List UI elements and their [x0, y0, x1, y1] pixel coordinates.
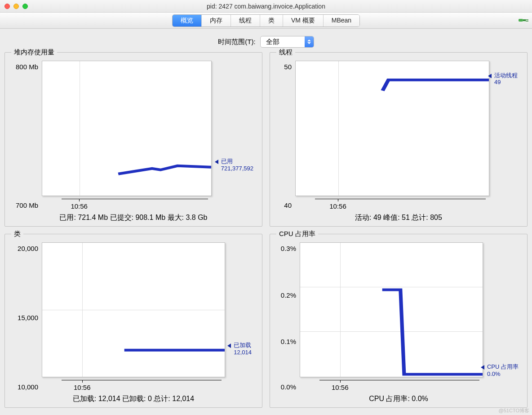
classes-chart[interactable]: 已加载 12,014	[42, 242, 225, 378]
classes-xaxis: 10:56	[42, 378, 225, 393]
cpu-chart[interactable]: CPU 占用率 0.0%	[300, 242, 483, 378]
panel-cpu: CPU 占用率 0.3% 0.2% 0.1% 0.0% C	[270, 234, 528, 408]
connection-icon[interactable]	[519, 16, 528, 24]
panel-threads: 线程 50 40 活动线程 49	[270, 52, 528, 227]
svg-rect-1	[523, 19, 526, 21]
classes-footer: 已加载: 12,014 已卸载: 0 总计: 12,014	[9, 393, 258, 404]
cpu-series-label: CPU 占用率 0.0%	[487, 363, 519, 377]
time-range-value: 全部	[266, 38, 279, 46]
overview-grid: 堆内存使用量 800 Mb 700 Mb 已用 721,377,592	[0, 52, 532, 412]
time-range-label: 时间范围(T):	[218, 38, 255, 46]
threads-xaxis: 10:56	[295, 197, 489, 211]
panel-classes: 类 20,000 15,000 10,000 已加载 12,014	[4, 234, 262, 408]
heap-chart[interactable]: 已用 721,377,592	[42, 61, 212, 196]
cpu-footer: CPU 占用率: 0.0%	[274, 393, 523, 404]
tab-threads[interactable]: 线程	[231, 15, 260, 27]
tab-memory[interactable]: 内存	[202, 15, 231, 27]
time-range-row: 时间范围(T): 全部	[0, 29, 532, 52]
panel-heap: 堆内存使用量 800 Mb 700 Mb 已用 721,377,592	[4, 52, 262, 227]
tab-bar: 概览 内存 线程 类 VM 概要 MBean	[172, 14, 360, 27]
cpu-yaxis: 0.3% 0.2% 0.1% 0.0%	[274, 242, 298, 393]
cpu-xaxis: 10:56	[300, 378, 483, 393]
panel-title: 类	[11, 230, 23, 238]
threads-yaxis: 50 40	[274, 61, 293, 211]
panel-title: 堆内存使用量	[11, 48, 57, 57]
classes-series-label: 已加载 12,014	[234, 342, 252, 356]
svg-rect-0	[519, 19, 523, 22]
watermark: @51CTO博客	[499, 407, 529, 414]
classes-yaxis: 20,000 15,000 10,000	[9, 242, 40, 393]
heap-yaxis: 800 Mb 700 Mb	[9, 61, 40, 211]
chevron-updown-icon	[305, 36, 314, 47]
time-range-select[interactable]: 全部	[260, 36, 314, 48]
window-title: pid: 2427 com.baiwang.invoice.Applicatio…	[0, 3, 532, 10]
tab-mbean[interactable]: MBean	[324, 15, 359, 27]
heap-footer: 已用: 721.4 Mb 已提交: 908.1 Mb 最大: 3.8 Gb	[9, 211, 258, 223]
tab-classes[interactable]: 类	[260, 15, 283, 27]
tab-vmsummary[interactable]: VM 概要	[283, 15, 324, 27]
heap-series-label: 已用 721,377,592	[221, 158, 253, 172]
threads-chart[interactable]: 活动线程 49	[295, 61, 489, 196]
tab-overview[interactable]: 概览	[173, 15, 202, 27]
panel-title: CPU 占用率	[276, 230, 318, 238]
toolbar: 概览 内存 线程 类 VM 概要 MBean	[0, 13, 532, 29]
titlebar: pid: 2427 com.baiwang.invoice.Applicatio…	[0, 0, 532, 13]
heap-xaxis: 10:56	[42, 197, 212, 211]
threads-footer: 活动: 49 峰值: 51 总计: 805	[274, 211, 523, 223]
panel-title: 线程	[276, 48, 295, 57]
threads-series-label: 活动线程 49	[494, 72, 518, 86]
